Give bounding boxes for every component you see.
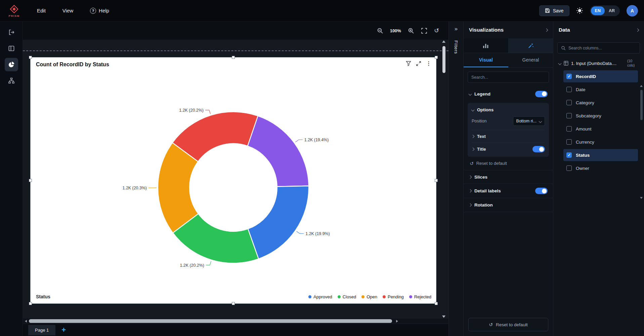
data-search-box — [557, 42, 640, 53]
resize-handle[interactable] — [435, 179, 438, 182]
vertical-scrollbar[interactable] — [442, 40, 446, 318]
checkbox[interactable]: ✓ — [566, 139, 572, 145]
checkbox[interactable]: ✓ — [566, 126, 572, 132]
data-scroll-thumb[interactable] — [640, 90, 643, 120]
field-row-status[interactable]: ✓ Status — [563, 149, 638, 161]
checkbox[interactable]: ✓ — [566, 74, 572, 79]
resize-handle[interactable] — [29, 302, 32, 305]
scroll-down-icon[interactable] — [442, 315, 445, 318]
tab-format[interactable] — [508, 38, 553, 53]
section-title[interactable]: Title — [472, 143, 545, 155]
detail-labels-toggle[interactable] — [535, 188, 548, 194]
save-button[interactable]: Save — [539, 5, 569, 16]
field-label: Owner — [576, 166, 589, 171]
checkbox[interactable]: ✓ — [566, 113, 572, 118]
viz-search-input[interactable] — [471, 75, 545, 80]
horizontal-scrollbar[interactable] — [23, 319, 448, 324]
zoom-in-icon[interactable] — [408, 28, 414, 34]
legend-item[interactable]: Rejected — [409, 294, 431, 299]
add-page-button[interactable]: + — [61, 326, 66, 334]
legend-item[interactable]: Closed — [338, 294, 356, 299]
tab-general[interactable]: General — [508, 53, 553, 67]
donut-slice-rejected[interactable] — [248, 116, 309, 187]
data-panel-scrollbar[interactable] — [640, 85, 643, 199]
tab-visual[interactable]: Visual — [464, 53, 508, 67]
field-row-amount[interactable]: ✓ Amount — [563, 123, 638, 135]
page-boundary-guide — [23, 50, 448, 51]
reset-legend-link[interactable]: ↺ Reset to default — [464, 158, 553, 170]
vertical-scroll-thumb[interactable] — [442, 46, 445, 73]
scroll-up-icon[interactable] — [640, 85, 643, 87]
theme-toggle-sun-icon[interactable] — [576, 7, 583, 14]
check-icon: ✓ — [567, 74, 570, 79]
reset-to-default-button[interactable]: ↺ Reset to default — [468, 318, 548, 331]
exit-icon[interactable] — [5, 26, 18, 39]
section-options[interactable]: Options — [472, 104, 545, 116]
legend-position-select[interactable]: Bottom ri... — [513, 116, 545, 126]
slices-section-label: Slices — [474, 175, 487, 180]
resize-handle[interactable] — [29, 179, 32, 182]
fit-to-screen-icon[interactable] — [421, 28, 427, 34]
collapse-panel-icon[interactable] — [636, 28, 639, 32]
donut-slice-approved[interactable] — [248, 186, 309, 259]
reset-view-icon[interactable]: ↺ — [434, 27, 439, 34]
checkbox[interactable]: ✓ — [566, 100, 572, 105]
checkbox[interactable]: ✓ — [566, 152, 572, 158]
lang-ar-button[interactable]: AR — [605, 6, 619, 15]
section-detail-labels[interactable]: Detail labels — [464, 184, 553, 198]
check-icon: ✓ — [567, 140, 570, 144]
chevron-right-icon — [469, 175, 472, 179]
app-logo[interactable]: PRISM — [6, 4, 22, 17]
legend-item[interactable]: Pending — [383, 294, 404, 299]
pie-chart-view-icon[interactable] — [5, 58, 18, 71]
resize-handle[interactable] — [435, 56, 438, 59]
field-row-category[interactable]: ✓ Category — [563, 97, 638, 109]
report-visual[interactable]: Count of RecordID by Status ⋮ 1.2K (1 — [30, 57, 436, 304]
section-rotation[interactable]: Rotation — [464, 198, 553, 212]
scroll-down-icon[interactable] — [640, 197, 643, 199]
scroll-up-icon[interactable] — [442, 40, 445, 43]
section-text[interactable]: Text — [472, 130, 545, 143]
field-row-recordid[interactable]: ✓ RecordID — [563, 70, 638, 82]
scroll-left-icon[interactable] — [25, 320, 27, 323]
menu-view[interactable]: View — [56, 5, 80, 16]
legend-item[interactable]: Open — [361, 294, 377, 299]
left-rail — [0, 22, 23, 336]
resize-handle[interactable] — [232, 302, 235, 305]
report-workspace[interactable]: Count of RecordID by Status ⋮ 1.2K (1 — [23, 40, 448, 319]
checkbox[interactable]: ✓ — [566, 165, 572, 171]
dataset-node[interactable]: 1. Input (DumboData.... (10 cols) — [553, 58, 644, 70]
hierarchy-view-icon[interactable] — [5, 74, 18, 87]
tab-chart-types[interactable] — [464, 38, 508, 53]
data-search-input[interactable] — [568, 46, 636, 50]
menu-edit[interactable]: Edit — [30, 5, 52, 16]
field-row-subcategory[interactable]: ✓ Subcategory — [563, 110, 638, 122]
visualizations-panel-title: Visualizations — [469, 27, 504, 33]
layout-view-icon[interactable] — [5, 42, 18, 55]
scroll-right-icon[interactable] — [396, 320, 398, 323]
resize-handle[interactable] — [29, 56, 32, 59]
field-row-date[interactable]: ✓ Date — [563, 83, 638, 96]
zoom-out-icon[interactable] — [377, 28, 383, 34]
collapse-panel-icon[interactable] — [545, 28, 548, 32]
field-label: Status — [576, 153, 590, 158]
title-toggle[interactable] — [532, 146, 545, 152]
legend-toggle[interactable] — [535, 91, 548, 97]
resize-handle[interactable] — [435, 302, 438, 305]
menu-help[interactable]: ? Help — [83, 5, 116, 16]
page-tab[interactable]: Page 1 — [28, 325, 55, 335]
bar-chart-icon — [483, 43, 489, 48]
resize-handle[interactable] — [232, 56, 235, 59]
checkbox[interactable]: ✓ — [566, 87, 572, 92]
section-legend[interactable]: Legend — [464, 87, 553, 101]
avatar[interactable]: A — [627, 5, 638, 16]
field-row-currency[interactable]: ✓ Currency — [563, 136, 638, 148]
field-row-owner[interactable]: ✓ Owner — [563, 162, 638, 174]
legend-item[interactable]: Approved — [308, 294, 332, 299]
reset-button-label: Reset to default — [496, 322, 528, 327]
horizontal-scroll-thumb[interactable] — [29, 319, 392, 323]
expand-filters-icon[interactable]: » — [455, 26, 458, 32]
lang-en-button[interactable]: EN — [591, 6, 605, 15]
field-label: Subcategory — [576, 113, 601, 118]
section-slices[interactable]: Slices — [464, 170, 553, 184]
